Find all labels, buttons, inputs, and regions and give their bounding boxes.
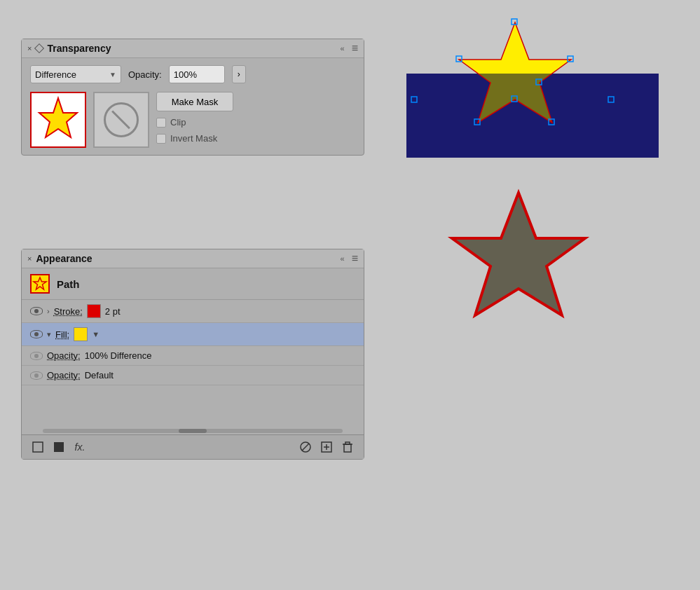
opacity-increment-button[interactable]: › (232, 65, 246, 83)
canvas-area (392, 14, 687, 378)
titlebar-left: × Transparency (27, 43, 111, 54)
bottom-artwork-svg (420, 182, 617, 378)
fill-row: ▾ Fill: ▼ (22, 323, 364, 346)
opacity-value: 100% (174, 69, 197, 80)
top-artwork-svg (392, 14, 673, 161)
invert-mask-checkbox-row: Invert Mask (156, 133, 233, 144)
new-layer-icon[interactable] (30, 439, 46, 455)
svg-rect-11 (345, 442, 350, 444)
empty-space (22, 385, 364, 427)
invert-mask-label: Invert Mask (170, 133, 217, 144)
mask-area: Make Mask Clip Invert Mask (30, 92, 355, 148)
transparency-controls: Difference ▼ Opacity: 100% › (30, 65, 355, 83)
stroke-row: › Stroke: 2 pt (22, 300, 364, 323)
appearance-close-button[interactable]: × (27, 254, 32, 263)
delete-icon[interactable] (340, 439, 355, 455)
make-mask-label: Make Mask (172, 97, 218, 107)
opacity-label: Opacity: (128, 69, 162, 80)
stroke-visibility-icon[interactable] (30, 307, 43, 315)
stroke-expand-arrow[interactable]: › (47, 307, 50, 315)
opacity2-value: Default (85, 370, 114, 380)
fill-chevron-icon[interactable]: ▼ (92, 330, 99, 338)
fill-color-swatch[interactable] (74, 327, 88, 341)
blend-mode-label: Difference (35, 69, 76, 80)
make-mask-button[interactable]: Make Mask (156, 92, 233, 111)
clip-label: Clip (170, 117, 186, 128)
appearance-titlebar: × Appearance « ≡ (22, 249, 364, 268)
fill-label[interactable]: Fill: (55, 329, 69, 340)
artwork-top (392, 14, 673, 161)
fill-visibility-icon[interactable] (30, 330, 43, 338)
fx-label: fx. (75, 441, 85, 453)
opacity1-visibility-icon[interactable] (30, 352, 43, 360)
scrollbar-thumb[interactable] (179, 429, 207, 433)
opacity2-label[interactable]: Opacity: (47, 370, 81, 380)
close-button[interactable]: × (27, 44, 32, 53)
transparency-titlebar: × Transparency « ≡ (22, 39, 364, 58)
opacity-difference-row: Opacity: 100% Difference (22, 346, 364, 366)
appearance-panel: × Appearance « ≡ Path › Stroke: 2 pt (21, 249, 364, 460)
svg-marker-1 (34, 277, 46, 289)
diamond-icon (34, 43, 44, 53)
opacity-default-row: Opacity: Default (22, 366, 364, 385)
svg-marker-26 (452, 193, 585, 315)
clip-checkbox[interactable] (156, 118, 166, 128)
transparency-content: Difference ▼ Opacity: 100% › Make Mask (22, 58, 364, 155)
svg-rect-9 (344, 444, 351, 452)
add-icon[interactable] (319, 439, 334, 455)
appearance-content: Path › Stroke: 2 pt ▾ Fill: ▼ Opacity: 1… (22, 268, 364, 427)
mask-controls: Make Mask Clip Invert Mask (156, 92, 233, 144)
invert-mask-checkbox[interactable] (156, 134, 166, 144)
appearance-menu-icon[interactable]: ≡ (352, 252, 358, 265)
path-row: Path (22, 268, 364, 300)
panel-menu-icon[interactable]: ≡ (352, 42, 358, 55)
transparency-title: Transparency (47, 43, 111, 54)
path-icon (30, 274, 50, 294)
scrollbar[interactable] (43, 429, 343, 433)
clear-icon[interactable] (298, 439, 313, 455)
collapse-button[interactable]: « (341, 44, 345, 53)
opacity1-value: 100% Difference (85, 350, 152, 361)
layer-icon[interactable] (51, 439, 67, 455)
opacity1-label[interactable]: Opacity: (47, 350, 81, 361)
stroke-color-swatch[interactable] (87, 304, 101, 318)
stroke-label[interactable]: Stroke: (54, 306, 83, 317)
transparency-panel: × Transparency « ≡ Difference ▼ Opacity:… (21, 39, 364, 156)
opacity2-visibility-icon[interactable] (30, 371, 43, 380)
mask-placeholder[interactable] (93, 92, 149, 148)
toolbar-right (298, 439, 355, 455)
no-mask-icon (104, 102, 139, 137)
fx-button[interactable]: fx. (72, 439, 88, 455)
svg-rect-3 (54, 442, 64, 452)
blend-mode-dropdown[interactable]: Difference ▼ (30, 65, 121, 83)
svg-marker-0 (39, 98, 77, 137)
svg-rect-2 (33, 442, 43, 452)
appearance-toolbar: fx. (22, 434, 364, 459)
artwork-thumbnail[interactable] (30, 92, 86, 148)
path-label: Path (57, 278, 80, 290)
clip-checkbox-row: Clip (156, 117, 233, 128)
appearance-titlebar-left: × Appearance (27, 253, 92, 264)
fill-expand-arrow[interactable]: ▾ (47, 330, 51, 339)
svg-line-5 (302, 444, 309, 451)
opacity-input[interactable]: 100% (169, 65, 225, 83)
chevron-down-icon: ▼ (109, 71, 116, 78)
stroke-value: 2 pt (105, 306, 121, 317)
appearance-collapse-button[interactable]: « (341, 254, 345, 263)
artwork-bottom (420, 182, 617, 378)
toolbar-left: fx. (30, 439, 88, 455)
appearance-title: Appearance (36, 253, 92, 264)
